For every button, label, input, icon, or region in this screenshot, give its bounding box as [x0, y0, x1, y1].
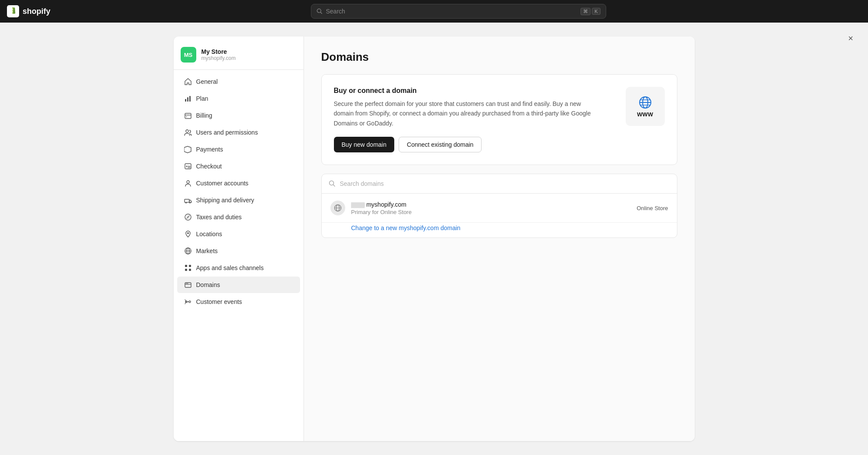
k-key: K: [592, 8, 600, 15]
sidebar: MS My Store myshopify.com GeneralPlanBil…: [174, 36, 304, 441]
search-icon: [317, 8, 323, 14]
search-domains-card: ████myshopify.com Primary for Online Sto…: [321, 174, 677, 238]
svg-rect-5: [185, 113, 191, 119]
sidebar-item-label-payments: Payments: [196, 146, 223, 153]
svg-point-28: [189, 301, 191, 303]
domain-badge: Online Store: [637, 205, 668, 211]
search-domains-icon: [329, 180, 336, 187]
buy-domain-title: Buy or connect a domain: [334, 87, 615, 95]
svg-rect-19: [185, 265, 187, 267]
svg-point-6: [186, 116, 187, 117]
sidebar-item-plan[interactable]: Plan: [177, 90, 300, 107]
shipping-icon: [184, 196, 192, 204]
search-shortcut: ⌘ K: [581, 8, 600, 15]
sidebar-item-taxes[interactable]: Taxes and duties: [177, 209, 300, 225]
svg-rect-4: [189, 96, 191, 102]
sidebar-item-apps[interactable]: Apps and sales channels: [177, 260, 300, 276]
domain-row: ████myshopify.com Primary for Online Sto…: [322, 194, 677, 223]
sidebar-item-customer-accounts[interactable]: Customer accounts: [177, 175, 300, 191]
sidebar-item-label-apps: Apps and sales channels: [196, 264, 264, 271]
sidebar-item-label-domains: Domains: [196, 281, 220, 288]
sidebar-item-label-plan: Plan: [196, 95, 208, 102]
logo-text: shopify: [23, 7, 50, 16]
store-header: MS My Store myshopify.com: [174, 43, 304, 70]
globe-icon: [638, 96, 652, 109]
customer-icon: [184, 179, 192, 187]
domains-icon: [184, 281, 192, 289]
main-content: Domains Buy or connect a domain Secure t…: [304, 36, 695, 441]
www-label: WWW: [637, 111, 653, 118]
sidebar-item-label-checkout: Checkout: [196, 163, 222, 170]
buy-domain-text: Buy or connect a domain Secure the perfe…: [334, 87, 615, 152]
svg-point-25: [186, 283, 187, 284]
markets-icon: [184, 247, 192, 255]
sidebar-item-label-markets: Markets: [196, 247, 218, 254]
shopify-logo-icon: [7, 5, 19, 17]
buy-domain-actions: Buy new domain Connect existing domain: [334, 137, 615, 152]
svg-point-13: [189, 202, 191, 204]
sidebar-item-label-taxes: Taxes and duties: [196, 214, 242, 221]
search-domains-input[interactable]: [340, 180, 670, 187]
sidebar-item-billing[interactable]: Billing: [177, 107, 300, 124]
sidebar-item-checkout[interactable]: Checkout: [177, 158, 300, 175]
billing-icon: [184, 112, 192, 119]
change-domain-link[interactable]: Change to a new myshopify.com domain: [322, 223, 677, 237]
domain-globe-icon: [330, 201, 345, 215]
page-title: Domains: [321, 50, 677, 64]
payments-icon: [184, 145, 192, 153]
buy-new-domain-button[interactable]: Buy new domain: [334, 137, 395, 152]
sidebar-item-label-users: Users and permissions: [196, 129, 258, 136]
domain-primary-label: Primary for Online Store: [351, 209, 637, 215]
svg-point-26: [187, 283, 188, 284]
chart-icon: [184, 95, 192, 102]
domain-info: ████myshopify.com Primary for Online Sto…: [351, 201, 637, 215]
sidebar-item-general[interactable]: General: [177, 73, 300, 90]
sidebar-item-label-billing: Billing: [196, 112, 212, 119]
location-icon: [184, 230, 192, 238]
sidebar-nav: GeneralPlanBillingUsers and permissionsP…: [174, 73, 304, 310]
checkout-icon: [184, 162, 192, 170]
search-input[interactable]: [326, 8, 578, 15]
search-bar[interactable]: ⌘ K: [311, 4, 606, 19]
svg-rect-20: [189, 265, 191, 267]
buy-domain-card: Buy or connect a domain Secure the perfe…: [321, 74, 677, 165]
svg-rect-2: [185, 99, 186, 102]
sidebar-item-label-customer-accounts: Customer accounts: [196, 180, 249, 187]
close-button[interactable]: ×: [844, 31, 858, 45]
svg-point-10: [187, 181, 189, 183]
search-domains-input-wrap: [322, 174, 677, 194]
svg-point-7: [186, 130, 188, 132]
sidebar-item-label-shipping: Shipping and delivery: [196, 197, 254, 204]
sidebar-item-customer-events[interactable]: Customer events: [177, 293, 300, 310]
sidebar-item-label-general: General: [196, 78, 218, 85]
svg-point-12: [185, 202, 187, 204]
store-avatar: MS: [181, 47, 196, 63]
home-icon: [184, 78, 192, 86]
sidebar-item-locations[interactable]: Locations: [177, 226, 300, 242]
store-name: My Store: [201, 48, 236, 55]
svg-point-15: [187, 232, 189, 234]
store-url: myshopify.com: [201, 55, 236, 61]
taxes-icon: [184, 213, 192, 221]
svg-rect-22: [189, 269, 191, 271]
sidebar-item-markets[interactable]: Markets: [177, 243, 300, 259]
svg-rect-11: [185, 199, 189, 202]
sidebar-item-label-locations: Locations: [196, 231, 222, 237]
events-icon: [184, 298, 192, 306]
svg-rect-3: [187, 97, 188, 102]
sidebar-item-users[interactable]: Users and permissions: [177, 124, 300, 141]
main-container: × MS My Store myshopify.com GeneralPlanB…: [0, 23, 868, 455]
shopify-logo[interactable]: shopify: [7, 5, 50, 17]
top-navigation: shopify ⌘ K: [0, 0, 868, 23]
users-icon: [184, 129, 192, 136]
cmd-key: ⌘: [581, 8, 591, 15]
apps-icon: [184, 264, 192, 272]
sidebar-item-domains[interactable]: Domains: [177, 277, 300, 293]
sidebar-item-payments[interactable]: Payments: [177, 141, 300, 158]
buy-domain-description: Secure the perfect domain for your store…: [334, 99, 594, 128]
connect-existing-domain-button[interactable]: Connect existing domain: [399, 137, 482, 152]
sidebar-item-shipping[interactable]: Shipping and delivery: [177, 192, 300, 208]
svg-point-9: [186, 166, 187, 167]
store-info: My Store myshopify.com: [201, 48, 236, 61]
domain-name: ████myshopify.com: [351, 201, 637, 208]
